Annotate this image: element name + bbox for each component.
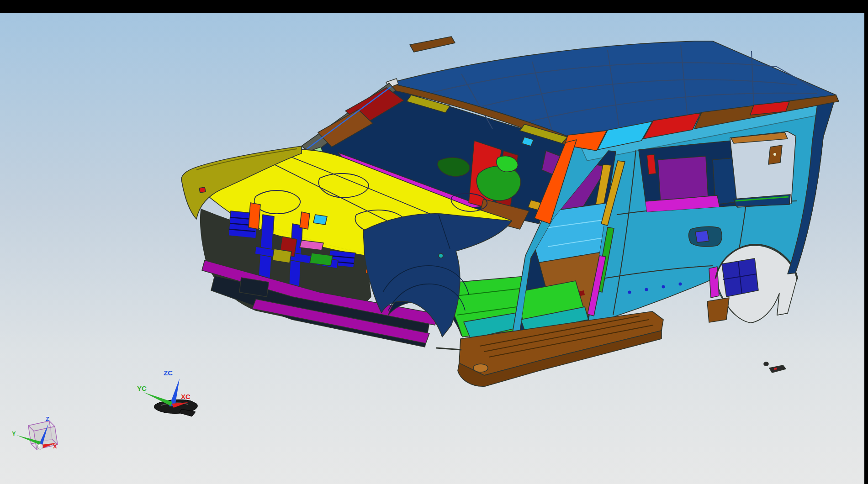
- wcs-triad[interactable]: ZC YC XC: [137, 369, 197, 416]
- scene-svg: ZC YC XC Z Y X: [0, 13, 864, 484]
- quarter-window[interactable]: [730, 132, 796, 207]
- abs-z-label: Z: [46, 416, 49, 422]
- application-window: ZC YC XC Z Y X: [0, 0, 868, 484]
- viewport[interactable]: ZC YC XC Z Y X: [0, 13, 864, 484]
- abs-x-label: X: [53, 443, 57, 450]
- window-top-bar: [0, 0, 868, 13]
- car-model[interactable]: [181, 37, 839, 386]
- debris-parts[interactable]: [764, 362, 786, 373]
- window-right-bar: [864, 0, 868, 484]
- wcs-y-label: YC: [137, 384, 147, 392]
- abs-y-label: Y: [12, 430, 16, 437]
- far-rail-tab: [410, 37, 455, 52]
- door-handle[interactable]: [689, 226, 722, 247]
- absolute-triad[interactable]: Z Y X: [12, 416, 58, 450]
- rear-sill-cap: [707, 298, 729, 322]
- wcs-z-label: ZC: [164, 369, 173, 377]
- wcs-x-label: XC: [181, 393, 191, 400]
